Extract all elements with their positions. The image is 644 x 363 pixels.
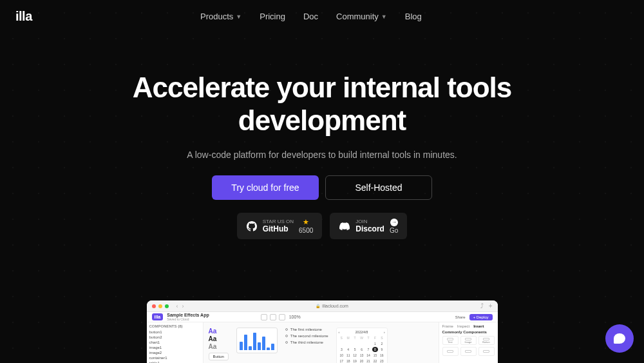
arrow-icon: → (390, 219, 398, 226)
app-preview-window: ‹ › 🔒 illacloud.com ⤴ + illa Sample Effe… (147, 300, 498, 363)
star-icon: ★ (303, 218, 309, 226)
list-item: table1 (149, 360, 200, 363)
comp-card (478, 347, 495, 356)
discord-go: Go (390, 227, 398, 234)
badges-row: STAR US ON GitHub ★ 6500 JOIN Discord → … (0, 213, 644, 239)
list-item: image1 (149, 345, 200, 350)
components-header: COMPONENTS (8) (149, 324, 200, 328)
github-icon (246, 221, 258, 232)
tool-icon (261, 314, 267, 320)
chart-bar (271, 344, 274, 351)
list-item: container1 (149, 355, 200, 360)
left-panel: COMPONENTS (8) button1 button2 chart1 im… (147, 322, 204, 363)
minimize-icon (158, 304, 162, 308)
chart-bar (240, 342, 243, 351)
list-item: image2 (149, 350, 200, 355)
cta-row: Try cloud for free Self-Hosted (0, 175, 644, 200)
url-text: illacloud.com (322, 304, 348, 308)
self-hosted-button[interactable]: Self-Hosted (325, 175, 432, 200)
comp-card (460, 347, 477, 356)
nav-community[interactable]: Community ▼ (336, 12, 387, 21)
chart-block (236, 328, 278, 353)
traffic-lights (152, 304, 169, 308)
comp-card: Image (460, 336, 477, 345)
chat-fab[interactable] (605, 324, 634, 353)
tool-icon (270, 314, 276, 320)
close-icon (152, 304, 156, 308)
chat-icon (614, 333, 625, 344)
chart-bar (262, 337, 265, 350)
app-subtitle: Saved to Cloud (167, 318, 209, 322)
main-header: illa Products ▼ Pricing Doc Community ▼ … (0, 0, 644, 33)
section-title: Commonly Components (442, 330, 495, 334)
tool-icon (279, 314, 285, 320)
typography-block: Aa Aa Aa Button (209, 328, 229, 363)
right-panel: Frame Inspect Insert Commonly Components… (439, 322, 498, 363)
list-item: button2 (149, 335, 200, 340)
try-cloud-button[interactable]: Try cloud for free (212, 175, 319, 200)
chevron-down-icon: ▼ (381, 14, 387, 20)
chevron-down-icon: ▼ (236, 14, 242, 20)
list-item: chart1 (149, 340, 200, 345)
comp-card (442, 347, 459, 356)
typography-aa: Aa (209, 335, 229, 342)
github-badge[interactable]: STAR US ON GitHub ★ 6500 (237, 213, 323, 239)
deploy-button: + Deploy (469, 314, 493, 320)
app-logo: illa (152, 313, 164, 320)
url-bar: 🔒 illacloud.com (184, 304, 480, 308)
nav-blog[interactable]: Blog (405, 12, 422, 21)
discord-main: Discord (355, 224, 384, 233)
canvas-area: Aa Aa Aa Button The first milestone (204, 322, 439, 363)
cal-month: 2022/4/8 (355, 330, 368, 334)
comp-card: Button (478, 336, 495, 345)
back-icon: ‹ (176, 303, 178, 309)
hero-subtitle: A low-code platform for developers to bu… (0, 150, 644, 160)
github-main: GitHub (263, 224, 289, 233)
window-actions: ⤴ + (480, 302, 493, 309)
hero-title-line1: Accelerate your internal tools (133, 72, 512, 103)
nav-products-label: Products (200, 12, 233, 21)
tab-inspect: Inspect (457, 324, 469, 328)
logo[interactable]: illa (15, 9, 32, 24)
list-item: button1 (149, 329, 200, 335)
tab-frame: Frame (442, 324, 453, 328)
maximize-icon (165, 304, 169, 308)
app-toolbar: illa Sample Effects App Saved to Cloud 1… (147, 312, 498, 322)
comp-card: Text (442, 336, 459, 345)
nav-pricing[interactable]: Pricing (260, 12, 285, 21)
nav-community-label: Community (336, 12, 379, 21)
nav-arrows: ‹ › (176, 303, 184, 309)
share-link: Share (455, 315, 466, 319)
calendar-block: ‹ 2022/4/8 › SMTWTFS 12 3456789 10111213… (336, 328, 388, 363)
zoom-level: 100% (289, 315, 301, 319)
nav-doc[interactable]: Doc (303, 12, 318, 21)
cal-prev-icon: ‹ (339, 330, 340, 334)
share-icon: ⤴ (480, 302, 484, 309)
plus-icon: + (489, 302, 493, 309)
typography-aa: Aa (209, 328, 229, 335)
component-grid: Text Image Button (442, 336, 495, 356)
panel-tabs: Frame Inspect Insert (442, 324, 495, 328)
typography-aa: Aa (209, 343, 229, 350)
nav-products[interactable]: Products ▼ (200, 12, 242, 21)
calendar-grid: SMTWTFS 12 3456789 10111213141516 171819… (339, 335, 385, 363)
button-demo: Button (209, 353, 229, 360)
lock-icon: 🔒 (316, 304, 320, 308)
chart-bar (253, 333, 256, 350)
chart-bar (249, 346, 252, 350)
tab-insert: Insert (473, 324, 484, 328)
discord-badge[interactable]: JOIN Discord → Go (330, 213, 407, 239)
discord-icon (339, 221, 350, 232)
app-body: COMPONENTS (8) button1 button2 chart1 im… (147, 322, 498, 363)
tool-icons (261, 314, 285, 320)
chart-bar (267, 348, 270, 351)
chart-bar (244, 335, 247, 350)
cal-next-icon: › (384, 330, 385, 334)
milestones-block: The first milestone The second milestone… (285, 328, 328, 363)
hero-title: Accelerate your internal tools developme… (0, 72, 644, 137)
chart-bar (258, 342, 261, 350)
milestone-item: The third milestone (285, 340, 328, 344)
milestone-item: The second milestone (285, 334, 328, 338)
hero-section: Accelerate your internal tools developme… (0, 33, 644, 239)
discord-sub: JOIN (355, 219, 367, 225)
